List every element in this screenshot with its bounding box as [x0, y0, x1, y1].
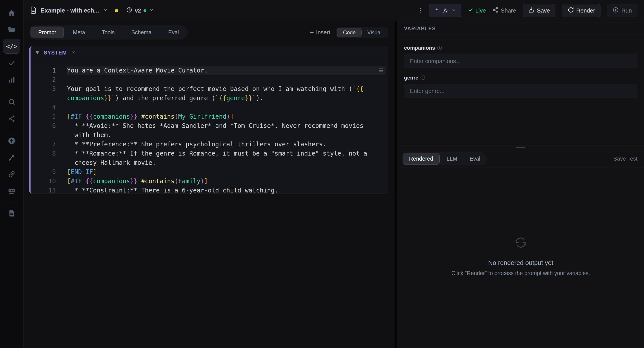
line-number: 3: [30, 84, 56, 103]
line-content[interactable]: [#IF {{companions}} #contains(My Girlfri…: [67, 112, 386, 121]
clock-icon: [126, 7, 132, 14]
sidebar-divider: [3, 130, 21, 130]
mode-visual[interactable]: Visual: [362, 28, 387, 37]
chevron-down-icon: [71, 50, 76, 55]
save-icon: [528, 7, 534, 14]
share-button[interactable]: Share: [492, 7, 516, 14]
code-line[interactable]: 11 * **Constraint:** There is a 6-year-o…: [30, 186, 388, 194]
code-line[interactable]: 5[#IF {{companions}} #contains(My Girlfr…: [30, 112, 388, 121]
line-content[interactable]: [END IF]: [67, 167, 386, 177]
line-content[interactable]: You are a Context-Aware Movie Curator.☰: [67, 66, 386, 75]
line-number: 4: [30, 103, 56, 112]
code-line[interactable]: 1You are a Context-Aware Movie Curator.☰: [30, 66, 388, 75]
code-line[interactable]: 9[END IF]: [30, 167, 388, 177]
right-panel: VARIABLES companions ⓘ genre ⓘ Rendered …: [398, 21, 644, 348]
bar-chart-icon[interactable]: [3, 72, 20, 87]
folder-icon[interactable]: [3, 22, 20, 37]
more-menu-icon[interactable]: ⋮: [417, 8, 422, 12]
code-line[interactable]: 3Your goal is to recommend the perfect m…: [30, 84, 388, 103]
line-number: 10: [30, 177, 56, 186]
code-icon[interactable]: </>: [3, 39, 20, 54]
system-label: SYSTEM: [44, 50, 67, 56]
code-lines: 1You are a Context-Aware Movie Curator.☰…: [30, 66, 388, 194]
variable-name: companions: [404, 45, 435, 51]
plus-circle-icon[interactable]: [3, 134, 20, 148]
line-content[interactable]: * **Avoid:** She hates *Adam Sandler* an…: [67, 121, 386, 140]
line-number: 9: [30, 167, 56, 177]
panel-resize-handle[interactable]: [516, 147, 526, 148]
line-content[interactable]: * **Constraint:** There is a 6-year-old …: [67, 186, 386, 194]
mode-switch: Code Visual: [336, 27, 388, 38]
sidebar-divider: [3, 91, 21, 91]
line-number: 8: [30, 149, 56, 167]
line-content[interactable]: [#IF {{companions}} #contains(Family)]: [67, 177, 386, 186]
live-toggle[interactable]: Live: [468, 7, 486, 14]
empty-state-title: No rendered output yet: [488, 259, 554, 267]
tab-prompt[interactable]: Prompt: [30, 26, 64, 38]
key-icon[interactable]: [3, 150, 20, 165]
left-sidebar: </>: [0, 0, 24, 348]
code-line[interactable]: 4: [30, 103, 388, 112]
rendered-output-area: No rendered output yet Click "Render" to…: [398, 168, 644, 348]
tab-meta[interactable]: Meta: [66, 26, 93, 38]
search-icon[interactable]: [3, 95, 20, 109]
unsaved-status-dot: [115, 9, 118, 12]
line-content[interactable]: * **Preference:** She prefers psychologi…: [67, 140, 386, 149]
line-number: 11: [30, 186, 56, 194]
variables-section: companions ⓘ genre ⓘ: [398, 36, 644, 145]
line-number: 1: [30, 66, 56, 75]
save-test-button[interactable]: Save Test: [614, 156, 638, 162]
line-content[interactable]: [67, 103, 386, 112]
code-editor[interactable]: 1You are a Context-Aware Movie Curator.☰…: [30, 59, 388, 194]
line-content[interactable]: Your goal is to recommend the perfect mo…: [67, 84, 386, 103]
check-icon[interactable]: [3, 56, 20, 70]
ai-button[interactable]: AI: [429, 4, 461, 17]
tab-llm[interactable]: LLM: [441, 153, 463, 165]
check-icon: [468, 7, 473, 14]
line-content[interactable]: [67, 75, 386, 84]
editor-panel: Prompt Meta Tools Schema Eval + Insert C…: [24, 21, 394, 348]
billing-icon[interactable]: [3, 184, 20, 198]
line-content[interactable]: * **Romance:** If the genre is Romance, …: [67, 149, 386, 167]
empty-state-subtitle: Click "Render" to process the prompt wit…: [452, 270, 590, 276]
link-icon[interactable]: [3, 167, 20, 181]
code-line[interactable]: 2: [30, 75, 388, 84]
tab-schema[interactable]: Schema: [124, 26, 159, 38]
mode-code[interactable]: Code: [337, 28, 362, 37]
sparkles-icon: [434, 7, 441, 14]
line-number: 5: [30, 112, 56, 121]
collapse-triangle-icon: [36, 51, 39, 54]
version-label: v2: [135, 7, 141, 14]
file-icon: [30, 6, 37, 15]
chevron-down-icon[interactable]: [149, 7, 154, 14]
system-message-block: SYSTEM 1You are a Context-Aware Movie Cu…: [29, 46, 388, 194]
run-button[interactable]: Run: [607, 4, 638, 17]
code-line[interactable]: 7 * **Preference:** She prefers psycholo…: [30, 140, 388, 149]
line-number: 6: [30, 121, 56, 140]
code-line[interactable]: 8 * **Romance:** If the genre is Romance…: [30, 149, 388, 167]
line-wrap-icon[interactable]: ☰: [379, 66, 383, 75]
save-button[interactable]: Save: [523, 4, 556, 17]
render-button[interactable]: Render: [562, 4, 600, 17]
system-block-header[interactable]: SYSTEM: [30, 46, 388, 59]
insert-button[interactable]: + Insert: [310, 29, 330, 36]
panel-resize-handle[interactable]: [396, 195, 396, 207]
companions-input[interactable]: [404, 54, 638, 68]
render-label: Render: [576, 7, 595, 14]
chevron-down-icon[interactable]: [103, 8, 108, 13]
refresh-icon: [514, 236, 527, 250]
share-icon[interactable]: [3, 111, 20, 126]
genre-input[interactable]: [404, 84, 638, 98]
tab-tools[interactable]: Tools: [94, 26, 122, 38]
play-circle-icon: [612, 7, 619, 14]
code-line[interactable]: 10[#IF {{companions}} #contains(Family)]: [30, 177, 388, 186]
code-line[interactable]: 6 * **Avoid:** She hates *Adam Sandler* …: [30, 121, 388, 140]
tab-eval[interactable]: Eval: [161, 26, 186, 38]
line-number: 7: [30, 140, 56, 149]
document-icon[interactable]: [3, 206, 20, 220]
tab-rendered[interactable]: Rendered: [403, 153, 440, 165]
info-icon: ⓘ: [437, 45, 442, 51]
home-icon[interactable]: [3, 6, 20, 20]
tab-output-eval[interactable]: Eval: [464, 153, 486, 165]
variables-heading: VARIABLES: [404, 26, 436, 32]
